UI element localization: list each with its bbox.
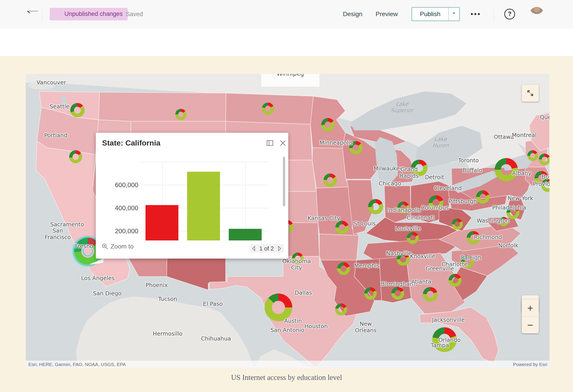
badge-label: Unpublished changes [64,11,123,18]
donut-chart [397,201,409,214]
city-marker-donut-louisville[interactable] [407,232,419,244]
avatar[interactable] [530,7,544,21]
map-caption: US Internet access by education level [0,374,573,382]
preview-link[interactable]: Preview [376,11,398,18]
city-marker-donut-baton-rouge[interactable] [335,303,347,315]
city-marker-donut-minneapolis[interactable] [321,118,335,131]
city-marker-donut-jackson-ms[interactable] [364,287,377,300]
city-marker-donut-providence[interactable] [541,179,550,192]
donut-chart [527,150,538,161]
expand-icon [526,89,535,98]
chart-bar[interactable] [145,205,179,240]
zoom-to-label: Zoom to [110,243,134,250]
city-marker-donut-portland[interactable] [69,150,82,163]
back-arrow-icon[interactable] [26,11,39,17]
city-marker-donut-pittsburgh[interactable] [476,190,489,204]
donut-chart [321,118,335,131]
city-marker-donut-richmond[interactable] [467,231,480,245]
city-marker-donut-burlington[interactable] [527,150,538,161]
city-marker-donut-grand-rapids[interactable] [411,160,428,176]
y-axis-tick-label: 400,000 [96,204,138,212]
help-button[interactable]: ? [504,9,515,19]
city-marker-donut-oklahoma-city[interactable] [292,252,304,264]
chevron-down-icon [451,13,456,16]
donut-chart [368,199,383,214]
map-attribution: Esri, HERE, Garmin, FAO, NOAA, USGS, EPA… [26,361,550,368]
donut-chart [423,287,438,302]
feature-popup[interactable]: State: California 200,000400,000600,000 … [96,133,288,259]
donut-chart [495,158,518,181]
city-marker-donut-nashville[interactable] [397,253,410,266]
city-marker-donut-kansas-city[interactable] [335,221,349,234]
donut-chart [292,252,304,264]
city-marker-donut-raleigh[interactable] [461,255,474,268]
zoom-to-button[interactable]: Zoom to [102,243,134,250]
zoom-out-button[interactable]: − [522,317,539,333]
city-marker-donut-memphis[interactable] [337,262,350,275]
city-marker-donut-birmingham[interactable] [391,287,404,300]
more-options-button[interactable]: ••• [470,10,482,18]
city-marker-donut-seattle[interactable] [70,103,85,117]
popup-bar-chart: 200,000400,000600,000 [96,133,288,240]
donut-chart [70,103,85,117]
city-marker-donut-columbus[interactable] [429,195,443,210]
popup-scrollbar[interactable] [283,157,285,206]
city-marker-donut-atlanta[interactable] [423,287,438,302]
expand-button[interactable] [522,85,539,102]
city-marker-donut-washington-dc[interactable] [499,217,508,226]
donut-chart [461,255,474,268]
city-marker-donut-charleston-wv[interactable] [452,218,463,230]
y-axis-tick-label: 600,000 [96,181,138,189]
chart-bar[interactable] [229,229,262,240]
city-marker-donut-springfield-il[interactable] [368,199,383,214]
city-marker-donut-orlando[interactable] [432,327,457,352]
donut-chart [349,141,363,155]
donut-chart [335,303,347,315]
donut-chart [476,190,489,204]
city-marker-donut-bismarck[interactable] [262,103,274,115]
donut-chart [262,103,274,115]
map-canvas[interactable]: UNITED STATES Winnipeg VancouverSeattleP… [26,74,550,368]
city-marker-donut-albany[interactable] [495,158,518,181]
donut-chart [335,221,349,234]
chevron-right-icon[interactable] [277,246,282,251]
page-indicator: 1 of 2 [259,245,274,252]
powered-by-esri: Powered by Esri [513,362,547,367]
publish-split-button[interactable]: Publish [412,7,460,21]
donut-chart [452,218,463,230]
attribution-sources: Esri, HERE, Garmin, FAO, NOAA, USGS, EPA [28,362,126,367]
city-marker-donut-charlotte[interactable] [448,274,462,287]
city-marker-donut-manchester[interactable] [539,154,550,165]
donut-chart [69,150,82,163]
donut-chart [364,287,377,300]
donut-chart [407,232,419,244]
city-marker-donut-austin[interactable] [265,293,292,321]
zoom-in-button[interactable]: + [522,300,539,317]
city-marker-donut-wisconsin[interactable] [349,141,363,155]
unpublished-changes-badge[interactable]: Unpublished changes [50,8,127,20]
city-marker-donut-des-moines[interactable] [323,174,337,187]
publish-dropdown-button[interactable] [448,8,459,21]
top-toolbar: Unpublished changes Saved Design Preview… [0,0,573,28]
chart-bar[interactable] [187,172,220,240]
city-marker-donut-boise[interactable] [175,109,186,120]
chevron-left-icon[interactable] [251,246,256,251]
popup-pagination: 1 of 2 [250,244,284,253]
donut-chart [539,154,550,165]
donut-chart [432,327,457,352]
donut-chart [429,195,443,210]
city-marker-donut-philadelphia[interactable] [506,206,519,219]
zoom-controls: + − [522,300,539,333]
donut-chart [337,262,350,275]
donut-chart [397,253,410,266]
donut-chart [541,179,550,192]
y-axis-tick-label: 200,000 [96,228,138,235]
city-marker-donut-indianapolis[interactable] [397,201,409,214]
donut-chart [175,109,186,120]
publish-button[interactable]: Publish [412,8,448,21]
saved-status: Saved [126,11,143,18]
donut-chart [411,160,428,176]
donut-chart [448,274,462,287]
design-link[interactable]: Design [343,11,362,18]
donut-chart [323,174,337,187]
